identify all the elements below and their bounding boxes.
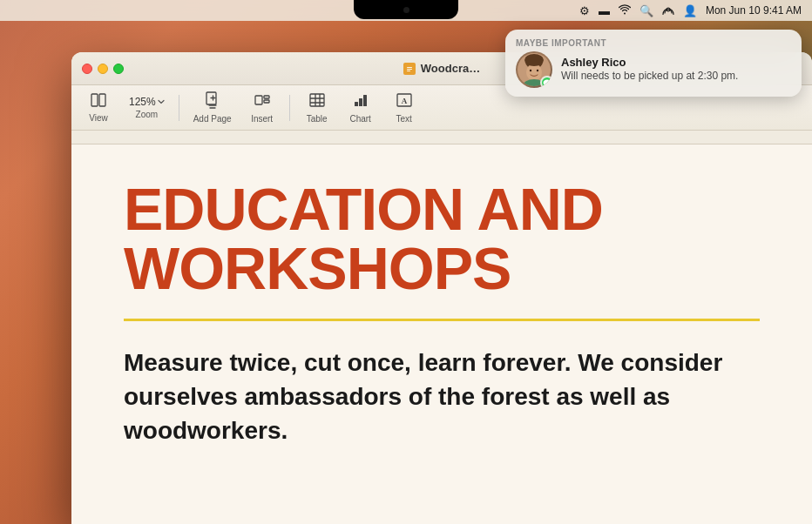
insert-icon (254, 91, 271, 111)
svg-point-27 (537, 70, 538, 71)
add-page-icon (204, 91, 221, 111)
text-button[interactable]: A Text (384, 88, 424, 127)
zoom-label: Zoom (136, 110, 159, 119)
svg-rect-2 (407, 67, 412, 68)
clock: Mon Jun 10 9:41 AM (706, 4, 802, 17)
svg-rect-3 (407, 69, 412, 70)
insert-button[interactable]: Insert (242, 88, 282, 127)
traffic-lights (82, 64, 124, 74)
table-label: Table (307, 114, 328, 124)
camera-notch (354, 0, 458, 19)
notification-avatar (516, 51, 552, 88)
insert-label: Insert (251, 114, 273, 124)
svg-point-26 (530, 70, 531, 71)
camera-dot (403, 7, 409, 13)
add-page-label: Add Page (193, 114, 232, 124)
minimize-button[interactable] (98, 64, 108, 74)
ruler (71, 131, 812, 144)
app-window: Woodcra… View 125% (71, 52, 812, 524)
airdrop-icon[interactable] (662, 4, 674, 17)
svg-rect-19 (363, 95, 367, 106)
table-icon (308, 91, 326, 111)
window-title: Woodcra… (403, 62, 480, 75)
menubar-right: ⚙ ▬ 🔍 👤 Mon Jun 10 9:41 AM (579, 4, 802, 17)
table-button[interactable]: Table (297, 88, 337, 127)
notification-body: Ashley Rico Will needs to be picked up a… (516, 51, 791, 88)
maximize-button[interactable] (113, 64, 124, 74)
separator-2 (289, 95, 290, 121)
zoom-button[interactable]: 125% Zoom (122, 92, 172, 123)
svg-rect-18 (359, 98, 362, 106)
view-icon (90, 92, 107, 111)
svg-rect-8 (255, 96, 262, 104)
desktop: ⚙ ▬ 🔍 👤 Mon Jun 10 9:41 AM (0, 0, 812, 524)
wifi-icon[interactable] (619, 4, 631, 17)
svg-rect-9 (264, 96, 269, 98)
battery-icon: ▬ (599, 4, 610, 17)
svg-rect-4 (407, 71, 410, 71)
text-label: Text (396, 114, 411, 124)
search-icon[interactable]: 🔍 (639, 4, 653, 17)
svg-rect-12 (310, 94, 324, 106)
notification-priority: MAYBE IMPORTANT (516, 38, 791, 48)
svg-rect-6 (99, 94, 105, 106)
chart-label: Chart (349, 114, 370, 124)
view-button[interactable]: View (78, 89, 118, 126)
notification-message: Will needs to be picked up at 2:30 pm. (561, 69, 791, 84)
chart-button[interactable]: Chart (341, 88, 381, 127)
close-button[interactable] (82, 64, 92, 74)
notification[interactable]: MAYBE IMPORTANT (505, 30, 802, 97)
svg-text:A: A (401, 97, 407, 105)
user-icon[interactable]: 👤 (683, 4, 697, 17)
svg-point-25 (524, 54, 544, 66)
document-body: Measure twice, cut once, learn forever. … (124, 346, 760, 448)
zoom-value: 125% (129, 96, 165, 108)
svg-rect-10 (264, 100, 269, 103)
chart-icon (352, 91, 369, 111)
svg-rect-5 (91, 94, 98, 106)
document-content: EDUCATION AND WORKSHOPS Measure twice, c… (71, 144, 812, 523)
document-divider (124, 319, 760, 321)
document-heading: EDUCATION AND WORKSHOPS (124, 179, 760, 298)
messages-app-icon (540, 76, 552, 88)
separator-1 (179, 95, 179, 121)
view-label: View (89, 113, 108, 123)
text-icon: A (396, 91, 413, 111)
notification-sender: Ashley Rico (561, 56, 791, 69)
svg-rect-17 (355, 102, 358, 106)
document-icon (403, 63, 416, 75)
add-page-button[interactable]: Add Page (186, 88, 239, 127)
settings-icon[interactable]: ⚙ (579, 4, 590, 17)
document-title: Woodcra… (421, 62, 480, 75)
notification-text: Ashley Rico Will needs to be picked up a… (561, 56, 791, 84)
